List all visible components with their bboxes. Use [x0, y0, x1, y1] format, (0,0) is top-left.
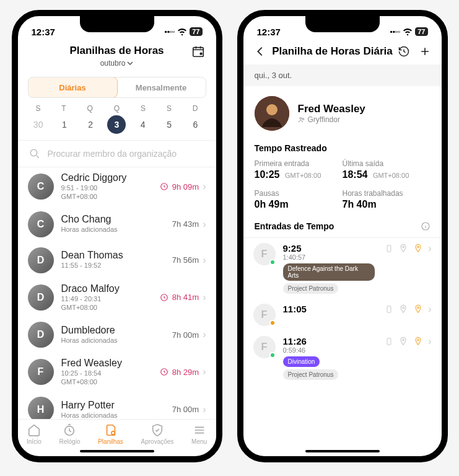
menu-icon — [193, 423, 206, 437]
time-entry[interactable]: F11:05› — [243, 299, 442, 331]
tab-label: Planilhas — [98, 438, 123, 445]
dates-row: 30 1 2 3 4 5 6 — [18, 115, 216, 140]
avatar: F — [28, 359, 54, 385]
member-name: Dumbledore — [61, 325, 165, 336]
stopwatch-icon — [63, 423, 76, 437]
team-label: Gryffindor — [308, 115, 340, 124]
profile-row: Fred Weasley Gryffindor — [243, 86, 442, 141]
svg-rect-13 — [387, 245, 391, 252]
tab-approvals[interactable]: Aprovações — [141, 423, 174, 445]
clock-icon — [160, 293, 168, 302]
entry-actions: › — [385, 243, 431, 254]
avatar: H — [28, 397, 54, 419]
notch — [305, 16, 380, 32]
chevron-right-icon: › — [203, 329, 206, 340]
calendar-icon[interactable] — [191, 45, 205, 58]
member-row[interactable]: DDean Thomas11:55 - 19:527h 56m› — [18, 242, 216, 278]
status-dot-icon — [269, 352, 276, 358]
history-icon[interactable] — [398, 45, 410, 58]
date-cell[interactable]: 5 — [160, 115, 178, 134]
time-entry[interactable]: F11:260:59:46DivinationProject Patronus› — [243, 331, 442, 385]
user-name: Fred Weasley — [298, 103, 365, 115]
svg-point-7 — [111, 431, 115, 435]
member-meta: Horas adicionadas — [61, 411, 165, 419]
member-row[interactable]: FFred Weasley10:25 - 18:54GMT+08:008h 29… — [18, 353, 216, 392]
entry-duration: 1:40:57 — [283, 253, 378, 261]
pin-icon[interactable] — [413, 336, 423, 347]
notch — [80, 16, 154, 32]
user-team: Gryffindor — [298, 115, 365, 124]
battery-icon: 77 — [190, 27, 202, 36]
member-row[interactable]: HHarry PotterHoras adicionadas7h 00m› — [18, 392, 216, 419]
entry-actions: › — [385, 336, 431, 347]
weekday-label: Q — [87, 104, 93, 113]
pin-icon[interactable] — [398, 336, 408, 347]
entry-time: 11:26 — [283, 336, 378, 346]
member-row[interactable]: DDumbledoreHoras adicionadas7h 00m› — [18, 317, 216, 353]
status-dot-icon — [269, 320, 276, 326]
entry-tags: DivinationProject Patronus — [283, 354, 378, 380]
tab-sheets[interactable]: Planilhas — [98, 423, 123, 445]
entry-avatar: F — [253, 304, 276, 326]
time-entry[interactable]: F9:251:40:57Defence Against the Dark Art… — [243, 238, 442, 299]
tab-clock[interactable]: Relógio — [59, 423, 81, 445]
member-duration: 8h 41m› — [160, 292, 206, 303]
date-cell[interactable]: 1 — [55, 115, 74, 134]
date-cell[interactable]: 2 — [81, 115, 100, 134]
page-title: Planilhas de Horas — [28, 45, 206, 57]
member-duration: 7h 43m› — [172, 219, 206, 230]
chevron-right-icon: › — [203, 255, 206, 266]
entries-header: Entradas de Tempo — [243, 219, 442, 237]
view-segmented-control: Diárias Mensalmente — [28, 77, 206, 98]
team-icon — [298, 116, 305, 123]
search-row[interactable]: Procurar membro da organização — [18, 141, 216, 167]
chevron-right-icon: › — [428, 336, 431, 347]
search-icon — [29, 148, 40, 159]
worked-value: 7h 40m — [343, 199, 377, 209]
add-button[interactable] — [419, 45, 431, 58]
member-meta: 11:49 - 20:31GMT+08:00 — [61, 294, 152, 312]
member-row[interactable]: CCedric Diggory9:51 - 19:00GMT+08:009h 0… — [18, 167, 216, 206]
chevron-right-icon: › — [428, 243, 431, 254]
member-duration: 7h 00m› — [172, 329, 206, 340]
project-tag: Defence Against the Dark Arts — [283, 263, 375, 281]
device-icon[interactable] — [385, 304, 393, 315]
pin-icon[interactable] — [398, 304, 408, 315]
weekday-label: T — [61, 104, 66, 113]
tab-home[interactable]: Início — [27, 423, 42, 445]
pin-icon[interactable] — [413, 243, 423, 254]
pin-icon[interactable] — [398, 243, 408, 254]
member-row[interactable]: DDraco Malfoy11:49 - 20:31GMT+08:008h 41… — [18, 278, 216, 317]
month-selector[interactable]: outubro — [100, 59, 134, 68]
date-cell[interactable]: 6 — [186, 115, 204, 134]
member-row[interactable]: CCho ChangHoras adicionadas7h 43m› — [18, 206, 216, 242]
device-icon[interactable] — [385, 243, 393, 254]
svg-point-1 — [200, 53, 202, 55]
date-cell[interactable]: 3 — [107, 115, 126, 134]
date-cell[interactable]: 4 — [134, 115, 152, 134]
tab-monthly[interactable]: Mensalmente — [117, 77, 206, 97]
sheet-icon — [104, 423, 118, 437]
svg-point-11 — [302, 118, 304, 120]
member-name: Cedric Diggory — [61, 172, 152, 183]
back-button[interactable] — [253, 45, 267, 58]
member-meta: Horas adicionadas — [61, 336, 165, 345]
svg-point-9 — [266, 104, 278, 115]
page-title: Planilha de Horas Diária — [272, 45, 393, 58]
info-icon[interactable] — [421, 221, 431, 231]
member-duration: 7h 00m› — [172, 404, 206, 415]
project-tag: Project Patronus — [283, 369, 339, 380]
svg-rect-16 — [387, 306, 391, 313]
entries-title: Entradas de Tempo — [255, 221, 334, 231]
tab-menu[interactable]: Menu — [191, 423, 207, 445]
entry-time: 11:05 — [283, 304, 378, 314]
date-cell[interactable]: 30 — [29, 115, 48, 134]
chevron-down-icon — [127, 61, 133, 65]
svg-point-20 — [403, 339, 404, 341]
member-meta: 10:25 - 18:54GMT+08:00 — [61, 369, 152, 387]
member-meta: 9:51 - 19:00GMT+08:00 — [61, 183, 152, 201]
tab-daily[interactable]: Diárias — [28, 77, 118, 98]
device-icon[interactable] — [385, 336, 393, 347]
pin-icon[interactable] — [413, 304, 423, 315]
member-list: CCedric Diggory9:51 - 19:00GMT+08:009h 0… — [18, 167, 216, 419]
